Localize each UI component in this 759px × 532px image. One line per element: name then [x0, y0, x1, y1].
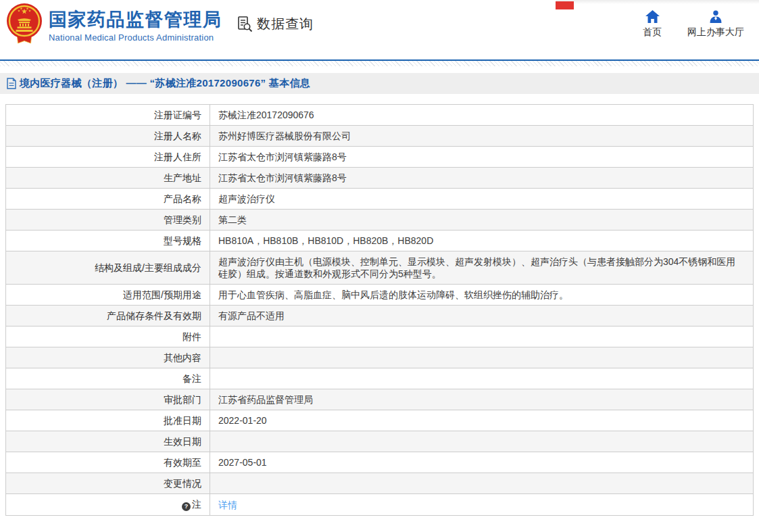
brand-title: 国家药品监督管理局 [49, 9, 222, 30]
table-row: ?注 详情 [6, 494, 754, 516]
top-nav: 首页 网上办事大厅 [643, 10, 744, 39]
breadcrumb-bar: 境内医疗器械（注册） —— “苏械注准20172090676” 基本信息 [0, 73, 759, 94]
row-label: ?注 [6, 494, 210, 516]
row-label: 附件 [6, 327, 210, 347]
table-row: 管理类别 第二类 [6, 210, 754, 231]
row-value: 2027-05-01 [210, 452, 754, 473]
row-value: 江苏省太仓市浏河镇紫藤路8号 [210, 147, 754, 168]
row-label: 生效日期 [6, 431, 210, 452]
row-value [210, 347, 754, 368]
detail-link[interactable]: 详情 [218, 500, 237, 510]
table-row: 型号规格 HB810A，HB810B，HB810D，HB820B，HB820D [6, 231, 754, 251]
data-query-icon [236, 15, 254, 33]
row-label: 生产地址 [6, 168, 210, 189]
row-value: 第二类 [210, 210, 754, 231]
row-label: 产品储存条件及有效期 [6, 306, 210, 327]
table-row: 结构及组成/主要组成成分 超声波治疗仪由主机（电源模块、控制单元、显示模块、超声… [6, 251, 754, 285]
row-label: 注册人住所 [6, 147, 210, 168]
table-row: 注册人住所 江苏省太仓市浏河镇紫藤路8号 [6, 147, 754, 168]
national-emblem-logo[interactable] [5, 3, 43, 46]
nav-service-hall-label: 网上办事大厅 [687, 26, 744, 39]
table-row: 变更情况 [6, 473, 754, 494]
table-row: 产品储存条件及有效期 有源产品不适用 [6, 306, 754, 327]
table-row: 有效期至 2027-05-01 [6, 452, 754, 473]
row-value [210, 368, 754, 389]
data-query-link[interactable]: 数据查询 [236, 15, 314, 33]
row-value: 苏州好博医疗器械股份有限公司 [210, 126, 754, 147]
table-row: 备注 [6, 368, 754, 389]
row-value: 2022-01-20 [210, 410, 754, 431]
row-value [210, 327, 754, 347]
data-query-label: 数据查询 [257, 15, 314, 33]
row-value: 超声波治疗仪由主机（电源模块、控制单元、显示模块、超声发射模块）、超声治疗头（与… [210, 251, 754, 285]
row-value [210, 431, 754, 452]
row-label: 管理类别 [6, 210, 210, 231]
row-label: 型号规格 [6, 231, 210, 251]
row-label: 结构及组成/主要组成成分 [6, 251, 210, 285]
document-icon [7, 78, 16, 89]
row-label: 其他内容 [6, 347, 210, 368]
user-icon [709, 10, 723, 23]
row-value [210, 473, 754, 494]
row-label: 注册人名称 [6, 126, 210, 147]
breadcrumb-title: 境内医疗器械（注册） —— “苏械注准20172090676” 基本信息 [20, 77, 310, 90]
table-row: 适用范围/预期用途 用于心血管疾病、高脂血症、脑中风后遗的肢体运动障碍、软组织挫… [6, 285, 754, 306]
row-label: 备注 [6, 368, 210, 389]
top-gradient [556, 0, 759, 4]
row-label: 批准日期 [6, 410, 210, 431]
registration-info-table: 注册证编号 苏械注准20172090676 注册人名称 苏州好博医疗器械股份有限… [5, 104, 754, 516]
row-label: 适用范围/预期用途 [6, 285, 210, 306]
page-header: 国家药品监督管理局 National Medical Products Admi… [0, 0, 759, 59]
row-value: 苏械注准20172090676 [210, 105, 754, 126]
table-row: 批准日期 2022-01-20 [6, 410, 754, 431]
nav-home-label: 首页 [643, 26, 662, 39]
note-icon: ? [182, 502, 191, 511]
hatch-band [0, 61, 759, 66]
row-value: 超声波治疗仪 [210, 189, 754, 210]
table-row: 其他内容 [6, 347, 754, 368]
row-value: 有源产品不适用 [210, 306, 754, 327]
row-label: 有效期至 [6, 452, 210, 473]
brand-block: 国家药品监督管理局 National Medical Products Admi… [49, 9, 222, 43]
home-icon [645, 10, 660, 23]
table-row: 附件 [6, 327, 754, 347]
row-label: 审批部门 [6, 389, 210, 410]
row-value: 江苏省药品监督管理局 [210, 389, 754, 410]
table-row: 审批部门 江苏省药品监督管理局 [6, 389, 754, 410]
table-row: 注册证编号 苏械注准20172090676 [6, 105, 754, 126]
table-row: 生效日期 [6, 431, 754, 452]
nav-service-hall[interactable]: 网上办事大厅 [687, 10, 744, 39]
row-label: 变更情况 [6, 473, 210, 494]
row-label: 注册证编号 [6, 105, 210, 126]
row-value: 详情 [210, 494, 754, 516]
row-value: HB810A，HB810B，HB810D，HB820B，HB820D [210, 231, 754, 251]
row-value: 用于心血管疾病、高脂血症、脑中风后遗的肢体运动障碍、软组织挫伤的辅助治疗。 [210, 285, 754, 306]
table-row: 注册人名称 苏州好博医疗器械股份有限公司 [6, 126, 754, 147]
brand-subtitle: National Medical Products Administration [49, 32, 222, 43]
row-value: 江苏省太仓市浏河镇紫藤路8号 [210, 168, 754, 189]
row-label: 产品名称 [6, 189, 210, 210]
table-row: 生产地址 江苏省太仓市浏河镇紫藤路8号 [6, 168, 754, 189]
red-marker [556, 1, 574, 9]
table-row: 产品名称 超声波治疗仪 [6, 189, 754, 210]
nav-home[interactable]: 首页 [643, 10, 662, 39]
note-label: 注 [192, 499, 201, 510]
